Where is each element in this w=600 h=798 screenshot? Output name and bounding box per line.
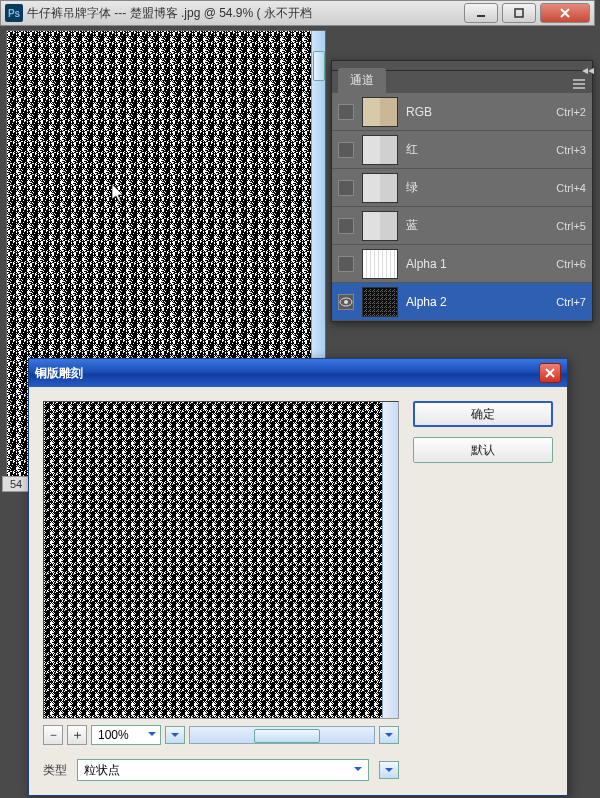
eye-icon (339, 297, 353, 307)
type-dropdown-button[interactable] (379, 761, 399, 779)
zoom-select[interactable]: 100% (91, 725, 161, 745)
channel-name: 绿 (406, 179, 548, 196)
channel-name: RGB (406, 105, 548, 119)
default-button[interactable]: 默认 (413, 437, 553, 463)
channel-row-蓝[interactable]: 蓝Ctrl+5 (332, 207, 592, 245)
channel-thumbnail (362, 135, 398, 165)
type-value: 粒状点 (84, 762, 120, 779)
channel-name: 蓝 (406, 217, 548, 234)
channel-row-红[interactable]: 红Ctrl+3 (332, 131, 592, 169)
tab-channels[interactable]: 通道 (338, 68, 386, 93)
visibility-toggle[interactable] (338, 104, 354, 120)
channel-row-rgb[interactable]: RGBCtrl+2 (332, 93, 592, 131)
visibility-toggle[interactable] (338, 180, 354, 196)
maximize-button[interactable] (502, 3, 536, 23)
channel-shortcut: Ctrl+7 (556, 296, 586, 308)
zoom-value: 100% (98, 728, 129, 742)
visibility-toggle[interactable] (338, 256, 354, 272)
svg-point-3 (344, 300, 348, 304)
channel-thumbnail (362, 173, 398, 203)
window-controls (464, 3, 590, 23)
channel-list: RGBCtrl+2红Ctrl+3绿Ctrl+4蓝Ctrl+5Alpha 1Ctr… (332, 93, 592, 321)
panel-tabs: 通道 (332, 71, 592, 93)
visibility-toggle[interactable] (338, 142, 354, 158)
zoom-dropdown-button[interactable] (165, 726, 185, 744)
ok-button[interactable]: 确定 (413, 401, 553, 427)
dialog-close-button[interactable] (539, 363, 561, 383)
visibility-toggle[interactable] (338, 218, 354, 234)
collapse-left-icon[interactable]: ◂◂ (582, 63, 588, 69)
visibility-toggle[interactable] (338, 294, 354, 310)
svg-rect-1 (515, 9, 523, 17)
channel-shortcut: Ctrl+6 (556, 258, 586, 270)
type-label: 类型 (43, 762, 67, 779)
channel-row-绿[interactable]: 绿Ctrl+4 (332, 169, 592, 207)
zoom-in-button[interactable]: ＋ (67, 725, 87, 745)
channel-thumbnail (362, 211, 398, 241)
channel-shortcut: Ctrl+3 (556, 144, 586, 156)
channels-panel: ◂◂ 通道 RGBCtrl+2红Ctrl+3绿Ctrl+4蓝Ctrl+5Alph… (331, 60, 593, 322)
channel-shortcut: Ctrl+4 (556, 182, 586, 194)
channel-shortcut: Ctrl+5 (556, 220, 586, 232)
channel-name: Alpha 1 (406, 257, 548, 271)
dialog-left-column: － ＋ 100% 类型 粒状点 (43, 401, 399, 781)
channel-thumbnail (362, 249, 398, 279)
filter-preview[interactable] (43, 401, 399, 719)
filter-dialog: 铜版雕刻 － ＋ 100% (28, 358, 568, 796)
preview-hscroll-dropdown[interactable] (379, 726, 399, 744)
photoshop-window: Ps 牛仔裤吊牌字体 --- 楚盟博客 .jpg @ 54.9% ( 永不开档 … (0, 0, 595, 798)
scroll-thumb[interactable] (313, 51, 325, 81)
panel-menu-button[interactable] (570, 75, 588, 93)
type-row: 类型 粒状点 (43, 759, 399, 781)
type-select[interactable]: 粒状点 (77, 759, 369, 781)
channel-thumbnail (362, 97, 398, 127)
dialog-title: 铜版雕刻 (35, 365, 539, 382)
window-titlebar[interactable]: Ps 牛仔裤吊牌字体 --- 楚盟博客 .jpg @ 54.9% ( 永不开档 (0, 0, 595, 26)
preview-scrollbar-vertical[interactable] (382, 402, 398, 718)
dialog-body: － ＋ 100% 类型 粒状点 确定 (29, 387, 567, 795)
close-button[interactable] (540, 3, 590, 23)
dialog-buttons: 确定 默认 (413, 401, 553, 781)
channel-shortcut: Ctrl+2 (556, 106, 586, 118)
zoom-readout[interactable]: 54 (2, 476, 30, 492)
channel-name: Alpha 2 (406, 295, 548, 309)
channel-name: 红 (406, 141, 548, 158)
dialog-titlebar[interactable]: 铜版雕刻 (29, 359, 567, 387)
app-icon: Ps (5, 4, 23, 22)
channel-row-alpha1[interactable]: Alpha 1Ctrl+6 (332, 245, 592, 283)
channel-row-alpha2[interactable]: Alpha 2Ctrl+7 (332, 283, 592, 321)
zoom-out-button[interactable]: － (43, 725, 63, 745)
window-title: 牛仔裤吊牌字体 --- 楚盟博客 .jpg @ 54.9% ( 永不开档 (27, 5, 464, 22)
zoom-controls: － ＋ 100% (43, 725, 399, 745)
preview-scrollbar-horizontal[interactable] (189, 726, 375, 744)
channel-thumbnail (362, 287, 398, 317)
preview-content (44, 402, 398, 718)
minimize-button[interactable] (464, 3, 498, 23)
